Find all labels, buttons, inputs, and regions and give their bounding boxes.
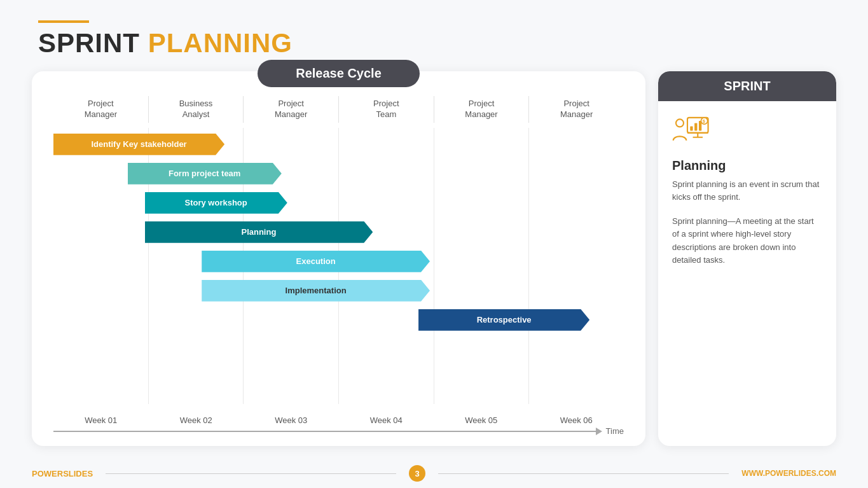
gantt-row-4: Planning [53,221,624,244]
footer-line-right [438,473,729,474]
header-accent-line [38,20,89,23]
release-cycle-badge: Release Cycle [258,60,420,87]
svg-rect-5 [694,123,697,130]
week-label-4: Week 04 [339,415,434,425]
footer: POWERSLIDES 3 WWW.POWERLIDES.COM [0,459,868,488]
main-content: Release Cycle ProjectManager BusinessAna… [0,65,868,459]
week-label-6: Week 06 [529,415,624,425]
gantt-row-2: Form project team [53,162,624,185]
footer-brand: POWERSLIDES [32,469,93,478]
week-labels: Week 01 Week 02 Week 03 Week 04 Week 05 … [47,410,630,425]
svg-text:$: $ [703,119,705,124]
bar-identify: Identify Key stakeholder [53,134,224,155]
week-label-1: Week 01 [53,415,149,425]
header: SPRINT PLANNING [0,0,868,65]
gantt-row-7: Retrospective [53,309,624,331]
gantt-row-6: Implementation [53,279,624,302]
footer-line-left [106,473,396,474]
bar-form-team: Form project team [128,163,282,185]
planning-icon: $ [672,116,710,148]
gantt-row-5: Execution [53,250,624,273]
week-label-3: Week 03 [244,415,339,425]
bar-planning: Planning [145,221,373,243]
col-header-6: ProjectManager [529,96,624,123]
sprint-text-2: Sprint planning—A meeting at the start o… [672,215,822,267]
col-header-4: ProjectTeam [339,96,434,123]
gantt-area: Identify Key stakeholder Form project te… [47,128,630,404]
bar-retrospective: Retrospective [418,309,589,331]
col-header-1: ProjectManager [53,96,149,123]
bar-story-workshop: Story workshop [145,192,287,214]
timeline-arrow-icon [596,428,602,435]
week-label-5: Week 05 [434,415,529,425]
time-label: Time [606,426,624,436]
sprint-panel: SPRINT $ [658,71,836,446]
col-header-3: ProjectManager [244,96,339,123]
page-title: SPRINT PLANNING [38,28,830,59]
col-header-2: BusinessAnalyst [149,96,244,123]
column-headers: ProjectManager BusinessAnalyst ProjectMa… [47,96,630,123]
footer-page-number: 3 [409,465,425,482]
bar-implementation: Implementation [202,280,430,302]
timeline-line [53,431,596,432]
gantt-row-3: Story workshop [53,192,624,214]
sprint-text-1: Sprint planning is an event in scrum tha… [672,178,822,204]
release-panel: Release Cycle ProjectManager BusinessAna… [32,71,645,446]
footer-website: WWW.POWERLIDES.COM [741,469,836,478]
brand-black: POWER [32,469,63,478]
brand-gold: SLIDES [63,469,93,478]
bar-execution: Execution [202,251,430,272]
svg-point-9 [676,119,684,127]
svg-rect-4 [690,127,692,131]
timeline: Time [47,426,630,436]
gantt-row-1: Identify Key stakeholder [53,133,624,156]
sprint-badge: SPRINT [658,71,836,101]
title-black: SPRINT [38,28,140,58]
sprint-content: $ Planning Sprint planning is an event i… [658,101,836,446]
gantt-bars: Identify Key stakeholder Form project te… [53,128,624,331]
col-header-5: ProjectManager [434,96,530,123]
sprint-heading: Planning [672,158,822,173]
week-label-2: Week 02 [149,415,244,425]
title-gold: PLANNING [148,28,293,58]
